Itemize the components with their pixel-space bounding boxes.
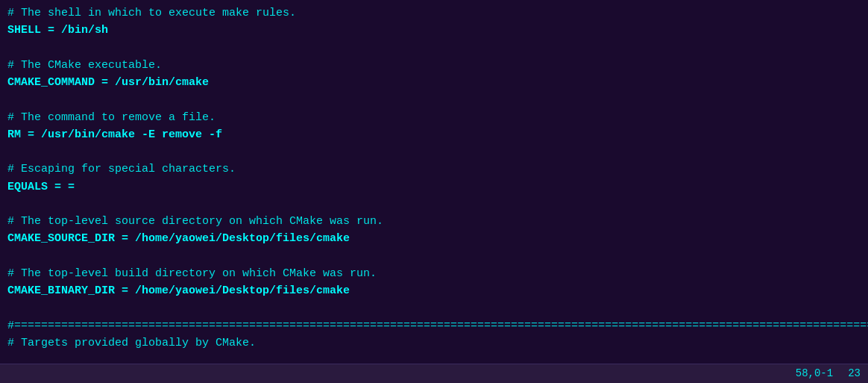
line-10: # Escaping for special characters. [7,161,861,178]
line-9 [7,143,861,161]
line-19: #=======================================… [7,317,861,334]
line-21 [7,352,861,364]
status-bar: 58,0-1 23 [0,364,868,383]
line-14: CMAKE_SOURCE_DIR = /home/yaowei/Desktop/… [7,230,861,247]
line-15 [7,248,861,265]
line-1: # The shell in which to execute make rul… [7,4,861,22]
line-12 [7,196,861,213]
line-13: # The top-level source directory on whic… [7,213,861,230]
line-6 [7,91,861,108]
line-17: CMAKE_BINARY_DIR = /home/yaowei/Desktop/… [7,282,861,299]
line-2: SHELL = /bin/sh [7,22,861,39]
line-11: EQUALS = = [7,178,861,196]
line-7: # The command to remove a file. [7,109,861,126]
line-4: # The CMake executable. [7,57,861,74]
line-18 [7,299,861,317]
status-right: 58,0-1 23 [796,366,861,382]
code-area[interactable]: # The shell in which to execute make rul… [0,0,868,364]
editor-container: # The shell in which to execute make rul… [0,0,868,383]
line-20: # Targets provided globally by CMake. [7,334,861,352]
line-3 [7,40,861,57]
line-5: CMAKE_COMMAND = /usr/bin/cmake [7,74,861,91]
cursor-position: 58,0-1 [796,366,833,382]
line-16: # The top-level build directory on which… [7,265,861,282]
line-count: 23 [848,366,861,382]
line-8: RM = /usr/bin/cmake -E remove -f [7,126,861,143]
